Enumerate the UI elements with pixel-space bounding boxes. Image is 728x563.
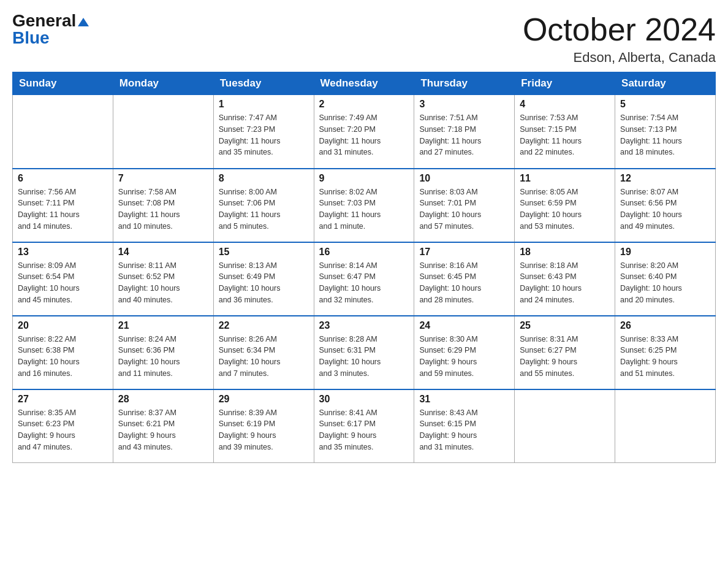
- day-number: 21: [118, 320, 208, 331]
- day-number: 28: [118, 394, 208, 405]
- day-number: 10: [419, 173, 509, 184]
- calendar-cell: 1Sunrise: 7:47 AMSunset: 7:23 PMDaylight…: [213, 95, 314, 169]
- day-number: 29: [219, 394, 309, 405]
- calendar-cell: 14Sunrise: 8:11 AMSunset: 6:52 PMDayligh…: [113, 242, 213, 316]
- calendar-cell: 30Sunrise: 8:41 AMSunset: 6:17 PMDayligh…: [314, 389, 414, 463]
- day-of-week-header: Saturday: [615, 72, 716, 95]
- calendar-cell: 17Sunrise: 8:16 AMSunset: 6:45 PMDayligh…: [414, 242, 515, 316]
- location: Edson, Alberta, Canada: [523, 50, 716, 66]
- day-info: Sunrise: 8:43 AMSunset: 6:15 PMDaylight:…: [419, 407, 509, 453]
- day-number: 14: [118, 247, 208, 258]
- calendar-week-row: 6Sunrise: 7:56 AMSunset: 7:11 PMDaylight…: [13, 169, 716, 242]
- day-info: Sunrise: 8:30 AMSunset: 6:29 PMDaylight:…: [419, 334, 509, 380]
- header-row: SundayMondayTuesdayWednesdayThursdayFrid…: [13, 72, 716, 95]
- calendar-cell: 5Sunrise: 7:54 AMSunset: 7:13 PMDaylight…: [615, 95, 716, 169]
- day-number: 24: [419, 320, 509, 331]
- calendar-cell: [615, 389, 716, 463]
- calendar-cell: [13, 95, 113, 169]
- calendar-cell: 4Sunrise: 7:53 AMSunset: 7:15 PMDaylight…: [515, 95, 615, 169]
- calendar-cell: 27Sunrise: 8:35 AMSunset: 6:23 PMDayligh…: [13, 389, 113, 463]
- day-number: 18: [520, 247, 610, 258]
- day-info: Sunrise: 7:47 AMSunset: 7:23 PMDaylight:…: [219, 112, 309, 158]
- calendar-week-row: 27Sunrise: 8:35 AMSunset: 6:23 PMDayligh…: [13, 389, 716, 463]
- day-number: 15: [219, 247, 309, 258]
- day-of-week-header: Monday: [113, 72, 213, 95]
- day-info: Sunrise: 8:11 AMSunset: 6:52 PMDaylight:…: [118, 260, 208, 306]
- day-of-week-header: Tuesday: [213, 72, 314, 95]
- day-number: 16: [319, 247, 409, 258]
- day-info: Sunrise: 8:05 AMSunset: 6:59 PMDaylight:…: [520, 186, 610, 232]
- page-header: General Blue October 2024 Edson, Alberta…: [12, 12, 716, 66]
- day-number: 20: [18, 320, 108, 331]
- day-info: Sunrise: 7:58 AMSunset: 7:08 PMDaylight:…: [118, 186, 208, 232]
- day-number: 2: [319, 99, 409, 110]
- day-info: Sunrise: 8:28 AMSunset: 6:31 PMDaylight:…: [319, 334, 409, 380]
- day-info: Sunrise: 8:37 AMSunset: 6:21 PMDaylight:…: [118, 407, 208, 453]
- calendar-cell: 12Sunrise: 8:07 AMSunset: 6:56 PMDayligh…: [615, 169, 716, 242]
- calendar-cell: [113, 95, 213, 169]
- day-info: Sunrise: 8:39 AMSunset: 6:19 PMDaylight:…: [219, 407, 309, 453]
- day-number: 26: [620, 320, 710, 331]
- calendar-cell: 28Sunrise: 8:37 AMSunset: 6:21 PMDayligh…: [113, 389, 213, 463]
- day-info: Sunrise: 8:35 AMSunset: 6:23 PMDaylight:…: [18, 407, 108, 453]
- day-info: Sunrise: 8:22 AMSunset: 6:38 PMDaylight:…: [18, 334, 108, 380]
- month-title: October 2024: [523, 12, 716, 47]
- day-number: 27: [18, 394, 108, 405]
- day-info: Sunrise: 8:18 AMSunset: 6:43 PMDaylight:…: [520, 260, 610, 306]
- day-info: Sunrise: 8:13 AMSunset: 6:49 PMDaylight:…: [219, 260, 309, 306]
- calendar-cell: 13Sunrise: 8:09 AMSunset: 6:54 PMDayligh…: [13, 242, 113, 316]
- day-info: Sunrise: 8:41 AMSunset: 6:17 PMDaylight:…: [319, 407, 409, 453]
- day-number: 11: [520, 173, 610, 184]
- day-number: 7: [118, 173, 208, 184]
- day-number: 22: [219, 320, 309, 331]
- day-number: 17: [419, 247, 509, 258]
- logo-blue-text: Blue: [12, 29, 50, 47]
- day-number: 9: [319, 173, 409, 184]
- logo: General Blue: [12, 12, 89, 47]
- calendar-cell: 8Sunrise: 8:00 AMSunset: 7:06 PMDaylight…: [213, 169, 314, 242]
- calendar-cell: 2Sunrise: 7:49 AMSunset: 7:20 PMDaylight…: [314, 95, 414, 169]
- day-number: 3: [419, 99, 509, 110]
- calendar-cell: 10Sunrise: 8:03 AMSunset: 7:01 PMDayligh…: [414, 169, 515, 242]
- day-of-week-header: Thursday: [414, 72, 515, 95]
- calendar-cell: 20Sunrise: 8:22 AMSunset: 6:38 PMDayligh…: [13, 316, 113, 389]
- day-number: 6: [18, 173, 108, 184]
- calendar-cell: 21Sunrise: 8:24 AMSunset: 6:36 PMDayligh…: [113, 316, 213, 389]
- day-info: Sunrise: 7:56 AMSunset: 7:11 PMDaylight:…: [18, 186, 108, 232]
- day-of-week-header: Wednesday: [314, 72, 414, 95]
- calendar-cell: 16Sunrise: 8:14 AMSunset: 6:47 PMDayligh…: [314, 242, 414, 316]
- day-info: Sunrise: 7:51 AMSunset: 7:18 PMDaylight:…: [419, 112, 509, 158]
- calendar-week-row: 1Sunrise: 7:47 AMSunset: 7:23 PMDaylight…: [13, 95, 716, 169]
- day-info: Sunrise: 8:14 AMSunset: 6:47 PMDaylight:…: [319, 260, 409, 306]
- day-info: Sunrise: 7:53 AMSunset: 7:15 PMDaylight:…: [520, 112, 610, 158]
- day-info: Sunrise: 8:20 AMSunset: 6:40 PMDaylight:…: [620, 260, 710, 306]
- day-info: Sunrise: 8:16 AMSunset: 6:45 PMDaylight:…: [419, 260, 509, 306]
- day-of-week-header: Sunday: [13, 72, 113, 95]
- day-info: Sunrise: 8:00 AMSunset: 7:06 PMDaylight:…: [219, 186, 309, 232]
- calendar-cell: 6Sunrise: 7:56 AMSunset: 7:11 PMDaylight…: [13, 169, 113, 242]
- day-info: Sunrise: 8:31 AMSunset: 6:27 PMDaylight:…: [520, 334, 610, 380]
- day-number: 13: [18, 247, 108, 258]
- day-info: Sunrise: 8:33 AMSunset: 6:25 PMDaylight:…: [620, 334, 710, 380]
- logo-general-text: General: [12, 12, 89, 29]
- day-info: Sunrise: 8:09 AMSunset: 6:54 PMDaylight:…: [18, 260, 108, 306]
- day-number: 23: [319, 320, 409, 331]
- calendar-cell: 26Sunrise: 8:33 AMSunset: 6:25 PMDayligh…: [615, 316, 716, 389]
- calendar-table: SundayMondayTuesdayWednesdayThursdayFrid…: [12, 72, 716, 463]
- calendar-cell: 19Sunrise: 8:20 AMSunset: 6:40 PMDayligh…: [615, 242, 716, 316]
- calendar-cell: 7Sunrise: 7:58 AMSunset: 7:08 PMDaylight…: [113, 169, 213, 242]
- day-number: 5: [620, 99, 710, 110]
- day-info: Sunrise: 7:49 AMSunset: 7:20 PMDaylight:…: [319, 112, 409, 158]
- calendar-week-row: 20Sunrise: 8:22 AMSunset: 6:38 PMDayligh…: [13, 316, 716, 389]
- calendar-cell: 25Sunrise: 8:31 AMSunset: 6:27 PMDayligh…: [515, 316, 615, 389]
- calendar-cell: [515, 389, 615, 463]
- day-number: 1: [219, 99, 309, 110]
- day-number: 25: [520, 320, 610, 331]
- day-info: Sunrise: 8:03 AMSunset: 7:01 PMDaylight:…: [419, 186, 509, 232]
- day-number: 4: [520, 99, 610, 110]
- day-info: Sunrise: 8:07 AMSunset: 6:56 PMDaylight:…: [620, 186, 710, 232]
- calendar-cell: 31Sunrise: 8:43 AMSunset: 6:15 PMDayligh…: [414, 389, 515, 463]
- calendar-week-row: 13Sunrise: 8:09 AMSunset: 6:54 PMDayligh…: [13, 242, 716, 316]
- day-info: Sunrise: 7:54 AMSunset: 7:13 PMDaylight:…: [620, 112, 710, 158]
- calendar-cell: 15Sunrise: 8:13 AMSunset: 6:49 PMDayligh…: [213, 242, 314, 316]
